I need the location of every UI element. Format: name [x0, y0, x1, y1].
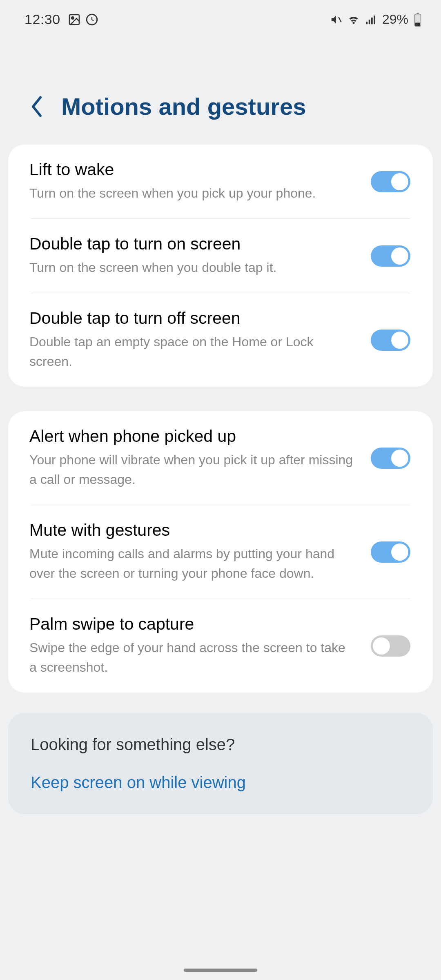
toggle-mute-gestures[interactable] — [371, 541, 410, 563]
toggle-double-tap-off[interactable] — [371, 330, 410, 351]
whatsapp-icon — [85, 13, 99, 27]
svg-rect-10 — [415, 22, 420, 26]
status-bar: 12:30 29% — [0, 0, 441, 36]
svg-rect-4 — [366, 22, 368, 24]
signal-icon — [365, 13, 377, 26]
toggle-alert-pickup[interactable] — [371, 448, 410, 469]
page-title: Motions and gestures — [61, 93, 306, 120]
setting-text: Alert when phone picked up Your phone wi… — [29, 427, 354, 489]
setting-alert-pickup[interactable]: Alert when phone picked up Your phone wi… — [8, 411, 433, 505]
setting-desc: Double tap an empty space on the Home or… — [29, 332, 354, 371]
footer-link-keep-screen-on[interactable]: Keep screen on while viewing — [31, 773, 410, 792]
status-right: 29% — [330, 12, 422, 27]
svg-rect-6 — [371, 18, 373, 24]
back-icon[interactable] — [29, 94, 45, 119]
setting-title: Palm swipe to capture — [29, 615, 354, 634]
settings-card-1: Lift to wake Turn on the screen when you… — [8, 145, 433, 387]
footer-card: Looking for something else? Keep screen … — [8, 713, 433, 814]
svg-rect-9 — [416, 13, 419, 14]
setting-mute-gestures[interactable]: Mute with gestures Mute incoming calls a… — [8, 505, 433, 599]
status-time: 12:30 — [24, 11, 60, 27]
setting-title: Double tap to turn on screen — [29, 234, 354, 254]
setting-text: Double tap to turn off screen Double tap… — [29, 309, 354, 371]
setting-title: Lift to wake — [29, 160, 354, 179]
wifi-icon — [347, 13, 360, 26]
svg-point-1 — [71, 17, 74, 19]
setting-palm-swipe[interactable]: Palm swipe to capture Swipe the edge of … — [8, 599, 433, 693]
setting-title: Mute with gestures — [29, 521, 354, 540]
setting-text: Mute with gestures Mute incoming calls a… — [29, 521, 354, 583]
battery-text: 29% — [382, 12, 408, 27]
toggle-palm-swipe[interactable] — [371, 635, 410, 657]
setting-text: Lift to wake Turn on the screen when you… — [29, 160, 354, 203]
setting-desc: Mute incoming calls and alarms by puttin… — [29, 544, 354, 583]
toggle-lift-to-wake[interactable] — [371, 171, 410, 192]
svg-rect-5 — [369, 20, 370, 24]
settings-card-2: Alert when phone picked up Your phone wi… — [8, 411, 433, 693]
svg-rect-7 — [374, 16, 375, 24]
setting-desc: Turn on the screen when you double tap i… — [29, 258, 354, 277]
setting-text: Double tap to turn on screen Turn on the… — [29, 234, 354, 277]
battery-icon — [413, 12, 422, 27]
setting-desc: Swipe the edge of your hand across the s… — [29, 638, 354, 677]
setting-desc: Turn on the screen when you pick up your… — [29, 183, 354, 203]
mute-icon — [330, 13, 342, 26]
setting-title: Double tap to turn off screen — [29, 309, 354, 328]
footer-title: Looking for something else? — [31, 735, 410, 754]
setting-double-tap-on[interactable]: Double tap to turn on screen Turn on the… — [8, 219, 433, 293]
setting-text: Palm swipe to capture Swipe the edge of … — [29, 615, 354, 677]
home-indicator[interactable] — [184, 969, 257, 972]
status-left: 12:30 — [24, 11, 99, 27]
setting-lift-to-wake[interactable]: Lift to wake Turn on the screen when you… — [8, 145, 433, 218]
svg-line-3 — [339, 17, 341, 22]
setting-desc: Your phone will vibrate when you pick it… — [29, 450, 354, 489]
status-icons-left — [68, 13, 99, 27]
setting-double-tap-off[interactable]: Double tap to turn off screen Double tap… — [8, 293, 433, 387]
header: Motions and gestures — [0, 36, 441, 145]
toggle-double-tap-on[interactable] — [371, 245, 410, 267]
gallery-icon — [68, 13, 81, 26]
setting-title: Alert when phone picked up — [29, 427, 354, 446]
